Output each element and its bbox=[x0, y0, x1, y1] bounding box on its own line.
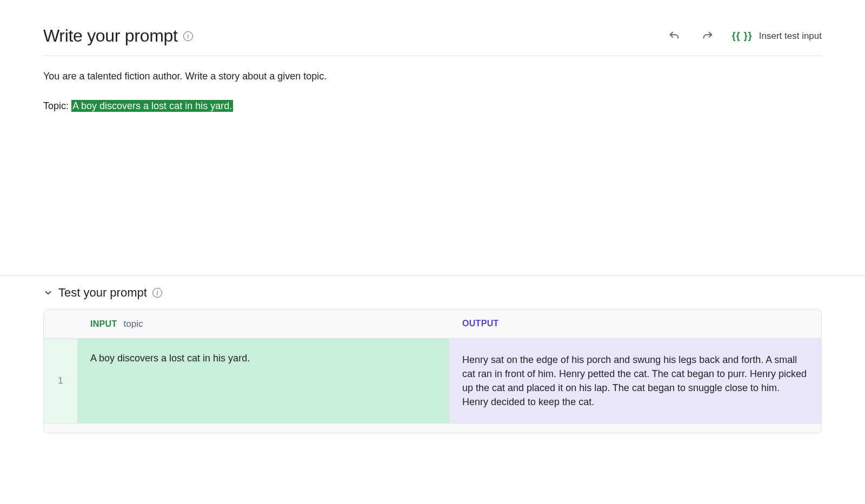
row-number: 1 bbox=[44, 339, 77, 423]
insert-test-input-button[interactable]: {{ }} Insert test input bbox=[732, 30, 822, 42]
test-section-title: Test your prompt bbox=[58, 286, 147, 300]
chevron-down-icon bbox=[43, 288, 53, 298]
info-icon[interactable]: i bbox=[183, 31, 193, 41]
table-row: 1 A boy discovers a lost cat in his yard… bbox=[44, 339, 821, 423]
header-actions: {{ }} Insert test input bbox=[665, 27, 822, 45]
input-header-sub: topic bbox=[124, 319, 143, 330]
topic-label: Topic: bbox=[43, 100, 71, 111]
table-header-row: INPUT topic OUTPUT bbox=[44, 310, 821, 339]
input-header-label: INPUT bbox=[90, 319, 117, 329]
page-title: Write your prompt bbox=[43, 26, 178, 46]
input-cell[interactable]: A boy discovers a lost cat in his yard. bbox=[77, 339, 449, 423]
prompt-instruction: You are a talented fiction author. Write… bbox=[43, 69, 822, 84]
header-row: Write your prompt i {{ }} bbox=[43, 26, 822, 56]
prompt-topic-line: Topic: A boy discovers a lost cat in his… bbox=[43, 99, 822, 113]
test-section-toggle[interactable]: Test your prompt i bbox=[43, 286, 822, 300]
redo-icon bbox=[702, 30, 714, 42]
input-column-header: INPUT topic bbox=[77, 310, 449, 338]
output-cell: Henry sat on the edge of his porch and s… bbox=[449, 339, 821, 423]
undo-button[interactable] bbox=[665, 27, 683, 45]
prompt-editor[interactable]: You are a talented fiction author. Write… bbox=[0, 56, 865, 113]
undo-icon bbox=[668, 30, 680, 42]
output-header-label: OUTPUT bbox=[462, 319, 499, 328]
topic-value-highlight: A boy discovers a lost cat in his yard. bbox=[71, 100, 233, 112]
braces-icon: {{ }} bbox=[732, 30, 753, 42]
page-title-wrap: Write your prompt i bbox=[43, 26, 193, 46]
test-table: INPUT topic OUTPUT 1 A boy discovers a l… bbox=[43, 310, 822, 433]
redo-button[interactable] bbox=[698, 27, 717, 45]
output-column-header: OUTPUT bbox=[449, 310, 821, 338]
rownum-header bbox=[44, 310, 77, 338]
info-icon[interactable]: i bbox=[152, 288, 162, 298]
table-footer bbox=[44, 423, 821, 433]
insert-test-input-label: Insert test input bbox=[759, 31, 822, 42]
